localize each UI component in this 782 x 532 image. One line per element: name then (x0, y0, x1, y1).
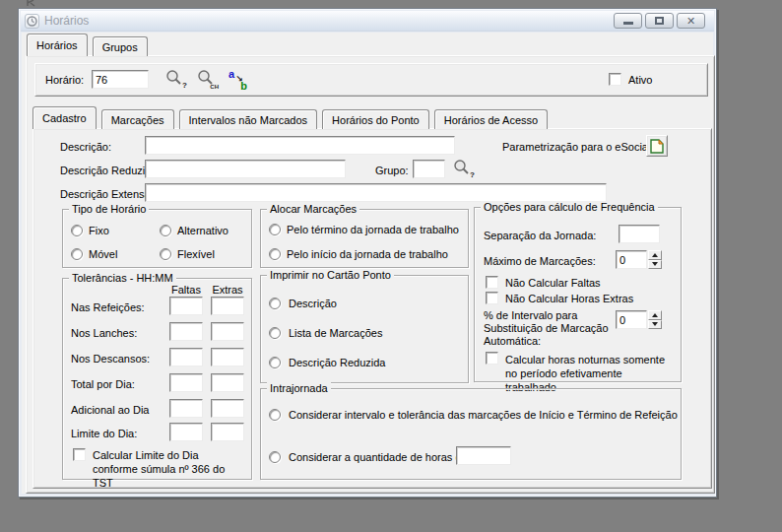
nao-calcular-extras-checkbox[interactable] (486, 292, 498, 304)
tolerancia-row-label: Limite do Dia: (71, 428, 137, 439)
total-dia-faltas-input[interactable] (169, 373, 203, 392)
grupo-input[interactable] (413, 160, 445, 178)
lanches-extras-input[interactable] (211, 322, 244, 341)
spin-up-icon[interactable] (648, 250, 662, 260)
tab-intervalos[interactable]: Intervalos não Marcados (179, 109, 317, 129)
nao-calcular-faltas-label: Não Calcular Faltas (505, 277, 601, 289)
radio-inicio-jornada[interactable] (269, 248, 281, 260)
cadastro-tab-page: Descrição: Parametrização para o eSocial… (33, 128, 712, 489)
limite-tst-checkbox[interactable] (73, 448, 86, 461)
opcoes-title: Opções para cálculo de Frequência (481, 201, 658, 213)
flexivel-label: Flexível (177, 248, 215, 260)
termino-jornada-label: Pelo término da jornada de trabalho (287, 224, 459, 235)
intrajornada-group: Intrajornada Considerar intervalo e tole… (260, 388, 682, 480)
radio-imprimir-lista[interactable] (269, 327, 281, 339)
maximo-marcacoes-spinner[interactable] (616, 250, 662, 269)
tolerancia-row-label: Nos Descansos: (71, 353, 150, 365)
adicional-dia-extras-input[interactable] (211, 399, 244, 418)
horarios-window: Horários ✕ Horários Grupos Horário: ? (18, 8, 717, 498)
adicional-dia-faltas-input[interactable] (169, 399, 203, 418)
tab-horarios-acesso[interactable]: Horários de Acesso (434, 109, 548, 129)
esocial-button[interactable] (646, 135, 668, 157)
grupo-search-icon[interactable]: ? (453, 159, 475, 178)
radio-fixo[interactable] (71, 225, 83, 236)
descricao-input[interactable] (145, 136, 455, 155)
tab-horarios-ponto[interactable]: Horários do Ponto (322, 109, 429, 129)
radio-flexivel[interactable] (160, 248, 171, 260)
horario-label: Horário: (45, 74, 84, 86)
horarios-tab-page: Horário: ? CH a ↘ b Ativo (26, 55, 715, 494)
grupo-label: Grupo: (375, 165, 409, 176)
tipo-horario-group: Tipo de Horário Fixo Alternativo Móvel F… (62, 209, 252, 268)
ativo-checkbox[interactable] (609, 73, 621, 86)
quantidade-horas-label: Considerar a quantidade de horas de (289, 451, 468, 463)
limite-dia-extras-input[interactable] (211, 423, 244, 441)
radio-termino-jornada[interactable] (269, 224, 281, 235)
clock-icon (25, 14, 39, 29)
tipo-horario-title: Tipo de Horário (69, 203, 149, 215)
tolerancia-row-label: Adicional ao Dia (71, 404, 150, 416)
sort-ab-icon[interactable]: a ↘ b (228, 70, 248, 90)
tolerancia-row-label: Nas Refeições: (71, 301, 145, 313)
refeicoes-extras-input[interactable] (211, 297, 244, 315)
minimize-button[interactable] (614, 13, 642, 29)
alternativo-label: Alternativo (177, 225, 228, 236)
imprimir-descricao-label: Descrição (289, 298, 337, 309)
esocial-label: Parametrização para o eSocial: (502, 141, 653, 153)
tab-horarios[interactable]: Horários (27, 33, 88, 56)
tolerancia-row-label: Total por Dia: (71, 378, 135, 390)
nao-calcular-faltas-checkbox[interactable] (486, 276, 498, 289)
maximize-icon (655, 17, 664, 25)
maximo-marcacoes-label: Máximo de Marcações: (484, 255, 596, 267)
separacao-jornada-label: Separação da Jornada: (484, 230, 596, 241)
maximize-button[interactable] (645, 13, 674, 29)
spin-up-icon[interactable] (648, 310, 662, 320)
search-ch-icon[interactable]: CH (197, 69, 219, 89)
tab-marcacoes[interactable]: Marcações (101, 109, 174, 129)
intervalo-input[interactable] (616, 310, 647, 329)
alocar-marcacoes-group: Alocar Marcações Pelo término da jornada… (260, 209, 469, 268)
limite-dia-faltas-input[interactable] (169, 423, 203, 441)
inicio-jornada-label: Pelo início da jornada de trabalho (287, 248, 448, 260)
tab-grupos[interactable]: Grupos (93, 36, 148, 56)
nao-calcular-extras-label: Não Calcular Horas Extras (505, 293, 633, 304)
close-icon: ✕ (686, 16, 695, 27)
tolerancias-title: Tolerâncias - HH:MM (69, 272, 176, 284)
radio-intervalo-tolerancia[interactable] (269, 409, 281, 421)
horas-noturnas-checkbox[interactable] (486, 352, 498, 365)
minimize-icon (623, 22, 633, 25)
maximo-marcacoes-input[interactable] (616, 250, 647, 269)
horario-input[interactable] (92, 70, 149, 89)
intervalo-tolerancia-label: Considerar intervalo e tolerância das ma… (289, 409, 678, 421)
ativo-label: Ativo (628, 74, 652, 86)
total-dia-extras-input[interactable] (211, 373, 244, 392)
separacao-jornada-input[interactable] (619, 225, 660, 243)
descricao-reduzida-input[interactable] (145, 160, 346, 178)
radio-imprimir-descricao[interactable] (269, 298, 281, 309)
descansos-extras-input[interactable] (211, 348, 244, 366)
toolbar-panel: Horário: ? CH a ↘ b Ativo (34, 63, 708, 97)
close-button[interactable]: ✕ (677, 13, 705, 29)
titlebar[interactable]: Horários ✕ (21, 11, 714, 32)
opcoes-frequencia-group: Opções para cálculo de Frequência Separa… (474, 207, 682, 382)
window-client-area: Horários Grupos Horário: ? CH a ↘ (22, 33, 713, 494)
descansos-faltas-input[interactable] (169, 348, 203, 366)
radio-alternativo[interactable] (160, 225, 171, 236)
descricao-extensa-input[interactable] (145, 183, 607, 202)
radio-imprimir-reduzida[interactable] (269, 357, 281, 368)
spin-down-icon[interactable] (648, 260, 662, 270)
search-lookup-icon[interactable]: ? (165, 69, 187, 89)
intervalo-spinner[interactable] (616, 310, 662, 329)
alocar-title: Alocar Marcações (267, 203, 359, 215)
spin-down-icon[interactable] (648, 320, 662, 330)
tab-cadastro[interactable]: Cadastro (33, 106, 97, 129)
radio-movel[interactable] (71, 248, 83, 260)
quantidade-horas-input[interactable] (456, 446, 511, 465)
limite-tst-label: Calcular Limite do Dia conforme súmula n… (93, 448, 245, 490)
lanches-faltas-input[interactable] (169, 322, 203, 341)
document-icon (650, 139, 664, 154)
descricao-extensa-label: Descrição Extensa: (60, 188, 154, 200)
movel-label: Móvel (89, 248, 117, 260)
radio-quantidade-horas[interactable] (269, 451, 281, 463)
refeicoes-faltas-input[interactable] (169, 297, 203, 315)
